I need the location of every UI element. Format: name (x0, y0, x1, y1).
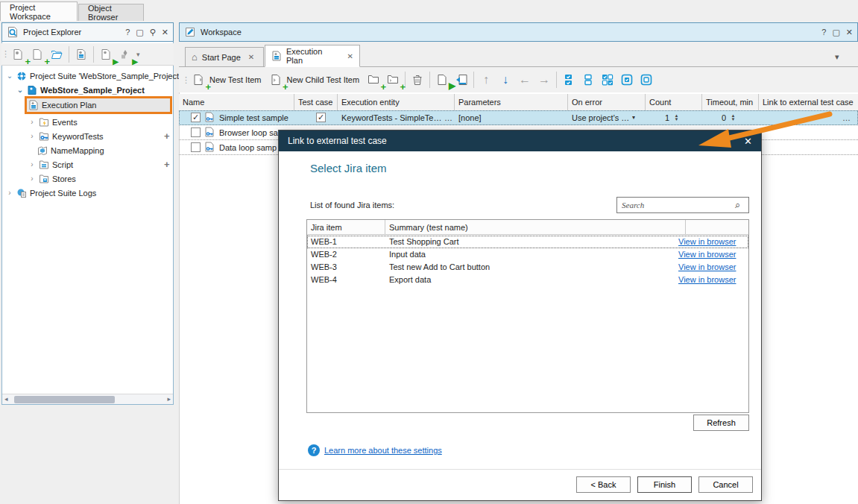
close-icon[interactable]: ✕ (162, 28, 168, 37)
count-spinner[interactable]: ▲▼ (673, 112, 680, 124)
toolbar-grip-icon[interactable]: ⋮ (182, 75, 189, 85)
new-child-test-item-icon[interactable]: + (266, 70, 286, 89)
search-icon[interactable]: ⌕ (735, 199, 740, 211)
spin-down-icon[interactable]: ▼ (675, 118, 679, 122)
new-project-suite-button[interactable]: + (8, 45, 28, 64)
add-keywordtest-button[interactable]: + (164, 130, 170, 142)
tree-item-execution-plan[interactable]: Execution Plan (28, 98, 96, 112)
chevron-right-icon[interactable]: › (28, 160, 36, 168)
spin-down-icon[interactable]: ▼ (731, 118, 736, 122)
chevron-right-icon[interactable]: › (28, 174, 36, 183)
finish-button[interactable]: Finish (637, 476, 692, 493)
chevron-right-icon[interactable]: › (28, 118, 36, 126)
tree-item-project-suite-logs[interactable]: › Project Suite Logs (6, 186, 96, 200)
column-header-on-error[interactable]: On error (568, 94, 646, 110)
move-up-icon[interactable]: ↑ (476, 70, 496, 89)
jira-row-web4[interactable]: WEB-4 Export data View in browser (307, 274, 748, 286)
on-error-dropdown-icon[interactable]: ▾ (632, 110, 635, 125)
timeout-spinner[interactable]: ▲▼ (730, 112, 736, 124)
run-project-button[interactable]: ▶ (96, 45, 116, 64)
column-header-name[interactable]: Name (179, 94, 294, 110)
grid-row-simple-test-sample[interactable]: ✓ Simple test sample ✓ KeywordTests - Si… (179, 110, 858, 125)
count-value[interactable]: 1 (656, 110, 669, 125)
row-checkbox-checked[interactable]: ✓ (191, 113, 201, 122)
uncheck-all-button[interactable] (578, 70, 598, 89)
test-case-checkbox-checked[interactable]: ✓ (316, 113, 326, 122)
new-test-item-icon[interactable]: + (189, 70, 208, 89)
chevron-right-icon[interactable]: › (6, 189, 13, 197)
scroll-left-icon[interactable]: ◂ (4, 395, 8, 403)
column-header-link-external[interactable]: Link to external test case (759, 94, 858, 110)
tree-item-namemapping[interactable]: NameMapping (37, 143, 104, 157)
jira-row-web2[interactable]: WEB-2 Input data View in browser (307, 248, 748, 261)
search-input[interactable] (616, 197, 749, 213)
run-dropdown-icon[interactable]: ▾ (136, 51, 140, 58)
help-icon[interactable]: ? (821, 28, 826, 37)
help-icon[interactable]: ? (125, 28, 130, 37)
tree-item-stores[interactable]: › Stores (28, 171, 76, 186)
delete-button[interactable] (408, 70, 427, 89)
tab-project-workspace[interactable]: Project Workspace (0, 1, 78, 21)
chevron-right-icon[interactable]: › (28, 132, 36, 140)
tree-item-script[interactable]: › Script (28, 157, 73, 171)
new-group-button[interactable]: + (364, 70, 383, 89)
horizontal-scrollbar[interactable]: ◂ ▸ (2, 394, 173, 404)
move-down-icon[interactable]: ↓ (496, 70, 515, 89)
jira-column-summary[interactable]: Summary (test name) (385, 220, 686, 235)
entity-ellipsis-button[interactable]: … (444, 110, 452, 125)
dialog-close-icon[interactable]: ✕ (744, 136, 752, 147)
view-in-browser-link[interactable]: View in browser (675, 248, 745, 261)
add-script-button[interactable]: + (164, 159, 170, 170)
tree-item-events[interactable]: › Events (28, 115, 78, 129)
row-checkbox-unchecked[interactable] (191, 127, 201, 137)
toolbar-grip-icon[interactable]: ⋮ (1, 49, 8, 59)
run-from-selected-button[interactable] (452, 70, 471, 89)
scrollbar-thumb[interactable] (14, 396, 115, 403)
back-button[interactable]: < Back (576, 476, 631, 493)
tree-item-keywordtests[interactable]: › KeywordTests (28, 129, 103, 143)
tab-list-dropdown-icon[interactable]: ▾ (835, 52, 839, 62)
close-icon[interactable]: ✕ (248, 53, 254, 61)
pin-icon[interactable]: ⚲ (150, 28, 156, 37)
uncheck-selected-button[interactable] (637, 70, 656, 89)
refresh-button[interactable]: Refresh (693, 415, 749, 431)
view-in-browser-link[interactable]: View in browser (675, 236, 745, 248)
view-in-browser-link[interactable]: View in browser (675, 274, 745, 286)
column-header-parameters[interactable]: Parameters (455, 94, 568, 110)
column-header-test-case[interactable]: Test case (294, 94, 338, 110)
tab-object-browser[interactable]: Object Browser (78, 4, 144, 21)
jira-column-actions[interactable] (686, 220, 748, 235)
run-project-suite-button[interactable]: ▶ (116, 45, 135, 64)
cancel-button[interactable]: Cancel (698, 476, 753, 493)
new-child-group-button[interactable]: + (383, 70, 403, 89)
run-test-item-button[interactable]: ▶ (432, 70, 452, 89)
row-checkbox-unchecked[interactable] (191, 142, 201, 152)
link-external-ellipsis-button[interactable]: … (842, 110, 851, 125)
chevron-down-icon[interactable]: ⌄ (16, 86, 24, 94)
close-icon[interactable]: ✕ (347, 52, 353, 60)
dialog-title-bar[interactable]: Link to external test case ✕ (279, 130, 761, 151)
new-item-button[interactable]: + (28, 45, 47, 64)
move-left-icon[interactable]: ← (515, 70, 534, 89)
view-in-browser-link[interactable]: View in browser (675, 261, 745, 274)
close-icon[interactable]: ✕ (846, 28, 853, 37)
tree-item-project-suite[interactable]: ⌄ Project Suite 'WebStore_Sample_Project… (6, 69, 180, 83)
jira-row-web3[interactable]: WEB-3 Test new Add to Cart button View i… (307, 261, 748, 274)
chevron-down-icon[interactable]: ⌄ (6, 72, 13, 80)
scroll-right-icon[interactable]: ▸ (167, 395, 171, 403)
move-right-icon[interactable]: → (534, 70, 554, 89)
maximize-icon[interactable]: ▢ (136, 28, 143, 37)
tree-item-project[interactable]: ⌄ WebStore_Sample_Project (16, 83, 145, 97)
column-header-execution-entity[interactable]: Execution entity (338, 94, 455, 110)
check-selected-button[interactable] (617, 70, 637, 89)
learn-more-link[interactable]: Learn more about these settings (324, 446, 442, 455)
check-all-button[interactable] (559, 70, 578, 89)
new-test-item-button[interactable]: New Test Item (209, 75, 262, 84)
on-error-value[interactable]: Use project's … (572, 110, 629, 125)
execution-plan-toolbar-icon[interactable] (72, 45, 91, 64)
tab-execution-plan[interactable]: Execution Plan ✕ (265, 45, 360, 67)
column-header-timeout[interactable]: Timeout, min (702, 94, 759, 110)
maximize-icon[interactable]: ▢ (832, 28, 839, 37)
timeout-value[interactable]: 0 (713, 110, 726, 125)
jira-column-item[interactable]: Jira item (307, 220, 385, 235)
